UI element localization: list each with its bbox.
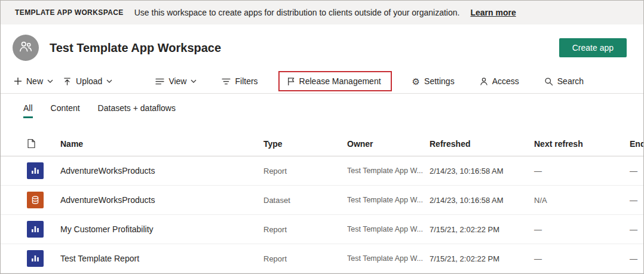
report-icon xyxy=(27,162,44,179)
item-next-refresh: — xyxy=(534,167,630,176)
release-management-highlight: Release Management xyxy=(278,71,392,91)
workspace-header: Test Template App Workspace Create app xyxy=(1,24,643,69)
item-refreshed: 2/14/23, 10:16:58 AM xyxy=(430,196,534,205)
chevron-down-icon xyxy=(191,79,197,83)
item-endorsement: — xyxy=(630,196,644,205)
table-row[interactable]: Test Template Report Report Test Templat… xyxy=(1,244,643,273)
gear-icon: ⚙ xyxy=(412,77,420,86)
filters-button[interactable]: Filters xyxy=(217,73,262,89)
report-icon xyxy=(27,221,44,238)
view-icon xyxy=(155,78,164,85)
item-name-link[interactable]: My Customer Profitability xyxy=(60,224,263,234)
item-next-refresh: N/A xyxy=(534,196,630,205)
workspace-page: TEMPLATE APP WORKSPACE Use this workspac… xyxy=(0,0,644,274)
column-header-name[interactable]: Name xyxy=(60,139,263,149)
access-button-label: Access xyxy=(492,76,519,86)
table-row[interactable]: My Customer Profitability Report Test Te… xyxy=(1,215,643,244)
banner-label: TEMPLATE APP WORKSPACE xyxy=(15,8,124,17)
item-type: Report xyxy=(263,254,347,263)
view-button-label: View xyxy=(168,76,186,86)
content-tabs: All Content Datasets + dataflows xyxy=(1,94,643,118)
new-button[interactable]: New xyxy=(9,73,58,89)
table-row[interactable]: AdventureWorksProducts Dataset Test Temp… xyxy=(1,186,643,215)
filter-icon xyxy=(222,78,231,85)
tab-all[interactable]: All xyxy=(23,103,33,118)
chevron-down-icon xyxy=(47,79,53,83)
item-type: Dataset xyxy=(263,196,347,205)
item-endorsement: — xyxy=(630,254,644,263)
learn-more-link[interactable]: Learn more xyxy=(470,8,516,17)
search-icon xyxy=(544,77,553,86)
table-row[interactable]: AdventureWorksProducts Report Test Templ… xyxy=(1,156,643,186)
column-header-refreshed[interactable]: Refreshed xyxy=(430,139,534,149)
content-table: Name Type Owner Refreshed Next refresh E… xyxy=(1,131,643,273)
filters-button-label: Filters xyxy=(235,76,257,86)
item-endorsement: — xyxy=(630,225,644,234)
workspace-avatar xyxy=(13,35,39,61)
release-management-button[interactable]: Release Management xyxy=(282,73,386,89)
item-owner: Test Template App W... xyxy=(347,225,430,233)
chevron-down-icon xyxy=(106,79,112,83)
settings-button-label: Settings xyxy=(424,76,455,86)
item-owner: Test Template App W... xyxy=(347,167,430,175)
table-header-row: Name Type Owner Refreshed Next refresh E… xyxy=(1,131,643,156)
banner-message: Use this workspace to create apps for di… xyxy=(134,8,460,17)
item-next-refresh: — xyxy=(534,225,630,234)
document-type-column-icon xyxy=(27,138,60,149)
column-header-owner[interactable]: Owner xyxy=(347,139,430,149)
people-icon xyxy=(18,39,33,57)
search-button[interactable]: Search xyxy=(539,73,588,89)
item-name-link[interactable]: AdventureWorksProducts xyxy=(60,166,263,176)
column-header-type[interactable]: Type xyxy=(263,139,347,149)
item-type: Report xyxy=(263,167,347,176)
create-app-button[interactable]: Create app xyxy=(559,38,627,57)
page-title: Test Template App Workspace xyxy=(50,41,559,55)
new-button-label: New xyxy=(26,76,43,86)
item-name-link[interactable]: Test Template Report xyxy=(60,254,263,263)
upload-icon xyxy=(63,77,72,86)
dataset-icon xyxy=(27,192,44,208)
item-type: Report xyxy=(263,225,347,234)
item-name-link[interactable]: AdventureWorksProducts xyxy=(60,195,263,205)
search-button-label: Search xyxy=(557,76,584,86)
item-refreshed: 2/14/23, 10:16:58 AM xyxy=(430,167,534,176)
column-header-endorsement[interactable]: End xyxy=(630,139,644,149)
report-icon xyxy=(27,250,44,267)
column-header-next-refresh[interactable]: Next refresh xyxy=(534,139,630,149)
tab-datasets-dataflows[interactable]: Datasets + dataflows xyxy=(98,103,176,118)
upload-button[interactable]: Upload xyxy=(58,73,117,89)
template-workspace-banner: TEMPLATE APP WORKSPACE Use this workspac… xyxy=(1,1,643,24)
flag-icon xyxy=(287,77,295,86)
access-button[interactable]: Access xyxy=(475,73,524,89)
item-refreshed: 7/15/21, 2:02:22 PM xyxy=(430,225,534,234)
item-refreshed: 7/15/21, 2:02:22 PM xyxy=(430,254,534,263)
toolbar: New Upload View xyxy=(1,69,643,94)
tab-content[interactable]: Content xyxy=(51,103,80,118)
plus-icon xyxy=(14,77,22,85)
item-owner: Test Template App W... xyxy=(347,254,430,263)
upload-button-label: Upload xyxy=(76,76,102,86)
view-button[interactable]: View xyxy=(151,73,201,89)
item-endorsement: — xyxy=(630,167,644,176)
person-icon xyxy=(480,77,488,86)
settings-button[interactable]: ⚙ Settings xyxy=(407,73,459,89)
item-next-refresh: — xyxy=(534,254,630,263)
release-management-label: Release Management xyxy=(299,76,381,86)
item-owner: Test Template App W... xyxy=(347,196,430,204)
